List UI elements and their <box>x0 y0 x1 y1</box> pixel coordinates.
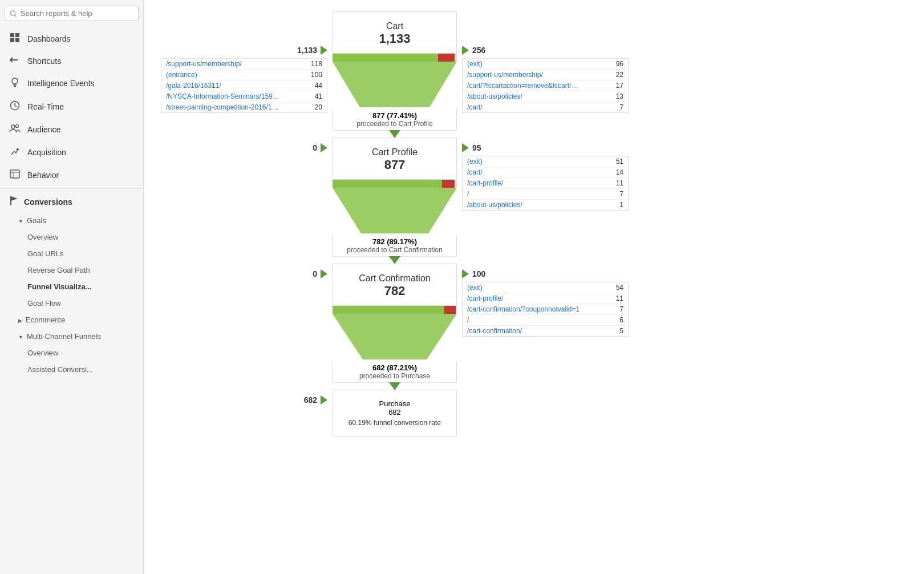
cart-profile-right-sources: (exit) 51 /cart/ 14 /cart-profile/ 11 / … <box>462 156 629 211</box>
cart-confirmation-inflow-number: 0 <box>313 269 317 278</box>
cart-left-sources: /support-us/membership/ 118 (entrance) 1… <box>161 58 327 113</box>
sidebar-item-goal-urls[interactable]: Goal URLs <box>18 245 143 262</box>
conversions-label: Conversions <box>24 197 72 207</box>
center-panel-cart-profile: Cart Profile 877 782 (89.17%) proceeded … <box>332 138 457 264</box>
search-box[interactable] <box>5 6 139 21</box>
cart-proceeded-pct: 877 (77.41%) <box>337 111 453 120</box>
sidebar-item-label: Behavior <box>27 171 59 180</box>
sidebar-item-assisted-conversions[interactable]: Assisted Conversi... <box>18 361 143 378</box>
left-panel-cart-profile: 0 <box>161 138 332 156</box>
cart-profile-box: Cart Profile 877 <box>333 138 457 180</box>
ecommerce-label: Ecommerce <box>26 316 65 324</box>
cart-right-sources: (exit) 96 /support-us/membership/ 22 /ca… <box>462 58 629 113</box>
sidebar-item-shortcuts[interactable]: Shortcuts <box>0 50 143 71</box>
cart-outflow-number: 256 <box>472 46 485 55</box>
sidebar-item-conversions[interactable]: Conversions <box>0 191 143 212</box>
list-item: /support-us/membership/ 118 <box>161 59 327 70</box>
funnel-step-cart-profile: 0 Cart Profile 877 <box>161 138 907 264</box>
sidebar-item-reverse-goal-path[interactable]: Reverse Goal Path <box>18 262 143 278</box>
cart-confirmation-funnel-shape <box>333 314 457 361</box>
sidebar-divider <box>0 188 143 189</box>
acquisition-icon <box>9 146 21 158</box>
left-panel-cart: 1,133 /support-us/membership/ 118 (entra… <box>161 11 332 113</box>
list-item: (exit) 96 <box>463 59 628 70</box>
cart-confirmation-outflow-row: 100 <box>462 269 629 278</box>
cart-profile-number: 877 <box>339 157 451 172</box>
sidebar-item-mc-overview[interactable]: Overview <box>18 345 143 361</box>
list-item: /cart-profile/ 11 <box>463 293 628 304</box>
svg-rect-8 <box>13 84 17 86</box>
sidebar-item-intelligence[interactable]: Intelligence Events <box>0 71 143 95</box>
list-item: /about-us/policies/ 13 <box>463 91 628 102</box>
sidebar-item-behavior[interactable]: Behavior <box>0 164 143 186</box>
cart-down-arrow <box>333 131 457 138</box>
cart-funnel-shape <box>333 62 457 109</box>
list-item: /cart-confirmation/ 5 <box>463 326 628 336</box>
flag-icon <box>9 196 18 208</box>
sidebar-item-dashboards[interactable]: Dashboards <box>0 27 143 50</box>
cart-profile-funnel-shape <box>333 188 457 235</box>
left-panel-purchase: 682 <box>161 390 332 408</box>
sidebar-item-label: Intelligence Events <box>27 79 95 88</box>
cart-profile-down-arrow <box>333 257 457 264</box>
svg-marker-20 <box>11 196 18 201</box>
svg-rect-3 <box>15 33 19 37</box>
cart-progress-bar <box>333 54 457 62</box>
search-input[interactable] <box>21 9 133 18</box>
funnel-visualization: 1,133 /support-us/membership/ 118 (entra… <box>161 11 907 436</box>
purchase-title: Purchase <box>339 399 451 408</box>
cart-confirmation-proceeded-label: proceeded to Purchase <box>337 372 453 380</box>
list-item: (entrance) 100 <box>161 70 327 80</box>
cart-profile-proceeded: 782 (89.17%) proceeded to Cart Confirmat… <box>333 235 457 257</box>
multi-channel-section-header[interactable]: Multi-Channel Funnels <box>9 328 143 345</box>
center-panel-cart: Cart 1,133 877 (77.41%) proceeded to Car… <box>332 11 457 138</box>
cart-outflow-row: 256 <box>462 46 629 55</box>
list-item: /support-us/membership/ 22 <box>463 70 628 80</box>
multi-channel-label: Multi-Channel Funnels <box>27 332 101 341</box>
svg-rect-9 <box>14 86 16 87</box>
list-item: (exit) 54 <box>463 282 628 293</box>
svg-rect-2 <box>10 33 14 37</box>
goals-subnav: Goals Overview Goal URLs Reverse Goal Pa… <box>0 212 143 378</box>
cart-confirmation-outflow-number: 100 <box>472 269 485 278</box>
cart-confirmation-outflow-arrow <box>462 269 469 278</box>
search-icon <box>10 10 17 18</box>
cart-inflow-row: 1,133 <box>161 46 327 55</box>
center-panel-cart-confirmation: Cart Confirmation 782 682 (87.21%) proce… <box>332 264 457 390</box>
multi-channel-collapse-icon <box>18 332 23 341</box>
svg-rect-5 <box>15 38 19 42</box>
ecommerce-section-header[interactable]: Ecommerce <box>9 312 143 328</box>
cart-number: 1,133 <box>339 31 451 46</box>
cart-confirmation-title: Cart Confirmation <box>339 273 451 284</box>
grid-icon <box>9 33 21 45</box>
goals-collapse-icon <box>18 216 23 225</box>
right-panel-cart: 256 (exit) 96 /support-us/membership/ 22… <box>457 11 629 113</box>
sidebar-item-acquisition[interactable]: Acquisition <box>0 140 143 164</box>
cart-profile-proceeded-pct: 782 (89.17%) <box>337 237 453 246</box>
funnel-step-cart-confirmation: 0 Cart Confirmation 782 <box>161 264 907 390</box>
cart-confirmation-proceeded: 682 (87.21%) proceeded to Purchase <box>333 361 457 383</box>
list-item: /cart/?fccartaction=remove&fccartrow... … <box>463 80 628 91</box>
sidebar-item-overview[interactable]: Overview <box>18 229 143 245</box>
cart-proceeded-label: proceeded to Cart Profile <box>337 120 453 128</box>
svg-point-7 <box>12 78 18 84</box>
cart-profile-proceeded-label: proceeded to Cart Confirmation <box>337 246 453 254</box>
list-item: /gala-2016/16311/ 44 <box>161 80 327 91</box>
list-item: /cart-confirmation/?couponnotvalid=1 7 <box>463 304 628 315</box>
list-item: /cart/ 7 <box>463 102 628 112</box>
goals-section-header[interactable]: Goals <box>9 212 143 229</box>
sidebar-item-goal-flow[interactable]: Goal Flow <box>18 295 143 312</box>
sidebar-item-funnel-viz[interactable]: Funnel Visualiza... <box>18 278 143 295</box>
right-panel-cart-confirmation: 100 (exit) 54 /cart-profile/ 11 /cart-co… <box>457 264 629 337</box>
cart-profile-inflow-arrow <box>321 143 327 152</box>
clock-icon <box>9 100 21 112</box>
cart-confirmation-right-sources: (exit) 54 /cart-profile/ 11 /cart-confir… <box>462 282 629 337</box>
cart-outflow-arrow <box>462 46 469 55</box>
sidebar-item-realtime[interactable]: Real-Time <box>0 95 143 118</box>
purchase-inflow-arrow <box>321 395 327 405</box>
svg-marker-23 <box>333 314 457 359</box>
right-panel-cart-profile: 95 (exit) 51 /cart/ 14 /cart-profile/ 11 <box>457 138 629 211</box>
funnel-step-cart: 1,133 /support-us/membership/ 118 (entra… <box>161 11 907 138</box>
sidebar-item-audience[interactable]: Audience <box>0 118 143 140</box>
cart-confirmation-progress-bar <box>333 306 457 314</box>
